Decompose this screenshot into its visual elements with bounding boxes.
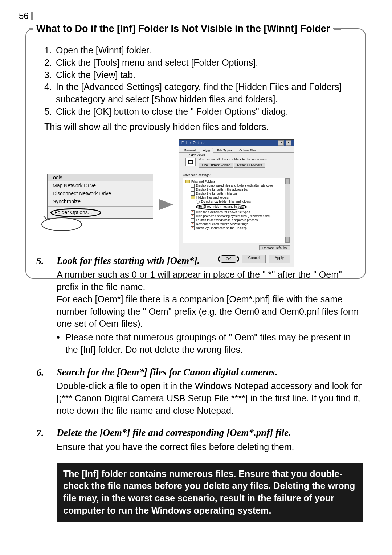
- frame-title: What to Do if the [Inf] Folder Is Not Vi…: [33, 23, 333, 34]
- step5-p2: For each [Oem*] file there is a companio…: [57, 293, 363, 330]
- frame-step-3: Click the [View] tab.: [56, 69, 355, 81]
- tab-general[interactable]: General: [181, 148, 199, 152]
- body-steps: 5. Look for files starting with [Oem*]. …: [36, 254, 363, 522]
- svg-point-0: [42, 218, 82, 231]
- reset-all-folders-button[interactable]: Reset All Folders: [234, 163, 265, 168]
- tree-c4[interactable]: Hide file extensions for known file type…: [196, 210, 250, 214]
- tree-c5[interactable]: Hide protected operating system files (R…: [196, 214, 271, 218]
- dialog-close-button[interactable]: ×: [286, 140, 291, 146]
- tab-view[interactable]: View: [200, 148, 213, 153]
- step5-p1: A number such as 0 or 1 will appear in p…: [57, 269, 363, 293]
- frame-step-1: Open the [Winnt] folder.: [56, 44, 355, 57]
- menu-disconnect-drive[interactable]: Disconnect Network Drive...: [48, 189, 153, 197]
- info-frame: What to Do if the [Inf] Folder Is Not Vi…: [25, 28, 366, 279]
- folder-views-text: You can set all of your folders to the s…: [199, 158, 287, 161]
- frame-steps: 1.Open the [Winnt] folder. 2.Click the […: [44, 44, 355, 118]
- warning-box: The [Inf] folder contains numerous files…: [57, 463, 363, 522]
- advanced-settings-tree[interactable]: Files and Folders Display compressed fil…: [183, 178, 290, 243]
- dialog-title: Folder Options: [181, 141, 205, 145]
- step5-num: 5.: [36, 254, 57, 356]
- step5-b1: Please note that numerous groupings of "…: [65, 331, 363, 356]
- page-number-area: 56: [19, 11, 33, 21]
- callout-bubble: [47, 219, 87, 233]
- step6-p1: Double-click a file to open it in the Wi…: [57, 380, 363, 417]
- tree-c6[interactable]: Launch folder windows in a separate proc…: [196, 218, 258, 222]
- frame-step-2: Click the [Tools] menu and select [Folde…: [56, 57, 355, 69]
- frame-closing: This will show all the previously hidden…: [44, 122, 355, 132]
- like-current-folder-button[interactable]: Like Current Folder: [199, 163, 233, 168]
- menu-map-drive[interactable]: Map Network Drive...: [48, 181, 153, 189]
- tree-c2[interactable]: Display the full path in the address bar: [196, 188, 249, 192]
- tree-c1[interactable]: Display compressed files and folders wit…: [196, 184, 273, 188]
- advanced-settings-label: Advanced settings:: [183, 173, 290, 177]
- frame-step-5: Click the [OK] button to close the " Fol…: [56, 106, 355, 118]
- step7-num: 7.: [36, 426, 57, 453]
- tree-c8[interactable]: Show My Documents on the Desktop: [196, 226, 247, 230]
- scrollbar[interactable]: [285, 178, 290, 243]
- arrow-icon: ▶: [159, 195, 173, 212]
- restore-defaults-button[interactable]: Restore Defaults: [259, 245, 290, 250]
- frame-title-text: What to Do if the [Inf] Folder Is Not Vi…: [36, 23, 330, 34]
- tree-root: Files and Folders: [191, 180, 215, 184]
- tree-c3[interactable]: Display the full path in title bar: [196, 192, 237, 196]
- tools-menu-title[interactable]: Tools: [48, 174, 153, 181]
- folder-views-icon: 🗔: [185, 158, 196, 166]
- page-number: 56: [19, 11, 29, 21]
- step7-heading: Delete the [Oem*] file and corresponding…: [57, 426, 363, 439]
- step5-heading: Look for files starting with [Oem*].: [57, 254, 363, 267]
- tools-menu: Tools Map Network Drive... Disconnect Ne…: [47, 174, 153, 219]
- step6-heading: Search for the [Oem*] files for Canon di…: [57, 366, 363, 379]
- tree-show-hidden[interactable]: Show hidden files and folders: [203, 205, 244, 209]
- menu-synchronize[interactable]: Synchronize...: [48, 197, 153, 205]
- folder-options-dialog: Folder Options ? × General View File Typ…: [179, 139, 294, 267]
- step6-num: 6.: [36, 366, 57, 417]
- dialog-help-button[interactable]: ?: [278, 140, 284, 146]
- tree-hidden-files: Hidden files and folders: [196, 196, 229, 200]
- tab-file-types[interactable]: File Types: [214, 148, 235, 152]
- folder-views-label: Folder views: [185, 153, 206, 157]
- tree-do-not-show[interactable]: Do not show hidden files and folders: [201, 200, 251, 204]
- step7-p1: Ensure that you have the correct files b…: [57, 441, 363, 453]
- frame-step-4: In the [Advanced Settings] category, fin…: [56, 81, 355, 106]
- page-number-bar: [31, 12, 33, 20]
- tree-c7[interactable]: Remember each folder's view settings: [196, 222, 248, 226]
- tab-offline-files[interactable]: Offline Files: [236, 148, 260, 152]
